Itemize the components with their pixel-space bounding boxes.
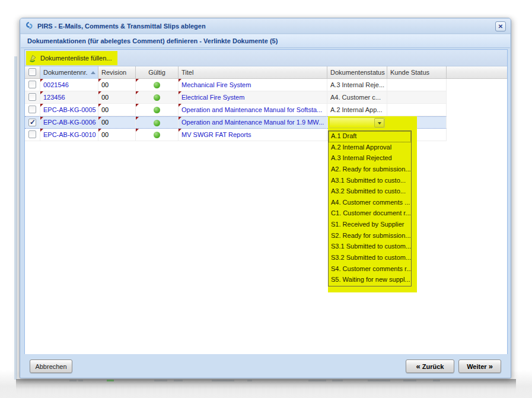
modified-marker [40,79,43,82]
column-header-kunde-status[interactable]: Kunde Status [387,66,447,79]
modified-marker [98,129,101,132]
document-status-text: A.2 Internal App... [330,106,382,113]
dialog-titlebar: PIRS - E-Mails, Comments & Transmittal S… [20,18,511,34]
cell-kunde [387,104,447,116]
pirs-dialog-window: PIRS - E-Mails, Comments & Transmittal S… [20,18,511,378]
modified-marker [179,104,181,107]
status-option[interactable]: S2. Ready for submission... [329,231,411,242]
grid-header-row: Dokumentennr.RevisionGültigTitelDokument… [25,66,507,79]
cell-rev: 00 [98,104,136,116]
background-content-fragment [78,380,83,381]
row-checkbox[interactable] [28,106,36,113]
status-option[interactable]: S1. Received by Supplier [329,219,411,231]
column-header-dokumentenstatus[interactable]: Dokumentenstatus [327,66,387,79]
cell-nr: 0021546 [40,79,98,91]
next-button[interactable]: Weiter » [458,359,501,373]
row-checkbox[interactable] [28,119,36,126]
sort-asc-icon [91,71,95,74]
dialog-title: PIRS - E-Mails, Comments & Transmittal S… [37,23,206,30]
background-content-fragment [212,380,234,381]
close-button[interactable]: ✕ [495,21,506,31]
valid-icon [154,120,160,126]
row-checkbox[interactable] [28,130,36,138]
document-title-link[interactable]: MV SWGR FAT Reports [181,131,251,138]
column-header-revision[interactable]: Revision [98,66,136,79]
document-number-link[interactable]: 0021546 [43,81,69,88]
kunde-status-text: 00 [101,94,109,101]
document-number-link[interactable]: EPC-AB-KG-0006 [43,119,96,126]
modified-marker [98,91,101,94]
background-content-fragment [332,380,343,381]
modified-marker [98,117,101,120]
next-label: Weiter [467,363,486,370]
cell-status: A4. Customer c... [327,91,387,104]
modified-marker [40,104,43,107]
chevron-down-icon [378,122,381,125]
status-option[interactable]: A.2 Internal Approval [329,142,411,154]
cell-title: Operation and Maintenance Manual for Sof… [179,104,327,116]
cancel-button[interactable]: Abbrechen [30,359,72,373]
cell-nr: EPC-AB-KG-0006 [40,116,98,129]
table-row[interactable]: EPC-AB-KG-000500Operation and Maintenanc… [25,104,447,116]
document-status-text: A4. Customer c... [330,94,381,101]
modified-marker [179,117,181,120]
row-checkbox[interactable] [28,81,36,88]
fill-button-label: Dokumentenliste füllen... [40,55,112,62]
document-title-link[interactable]: Operation and Maintenance Manual for Sof… [181,106,322,113]
modified-marker [136,104,139,107]
valid-icon [154,132,160,138]
document-number-link[interactable]: EPC-AB-KG-0005 [43,106,96,113]
document-number-link[interactable]: EPC-AB-KG-0010 [43,131,96,138]
status-option[interactable]: S4. Customer comments r... [329,264,411,275]
status-option[interactable]: A3.1 Submitted to custo... [329,176,411,187]
document-title-link[interactable]: Operation and Maintenance Manual for 1.9… [181,119,324,126]
modified-marker [179,79,181,82]
table-row[interactable]: 002154600Mechanical Fire SystemA.3 Inter… [25,79,447,91]
modified-marker [179,129,181,132]
column-header-dokumentennr-[interactable]: Dokumentennr. [40,66,98,79]
cell-nr: 123456 [40,91,98,104]
cell-rev: 00 [98,79,136,91]
row-checkbox[interactable] [28,93,36,101]
modified-marker [136,117,139,120]
back-label: Zurück [422,363,444,370]
select-all-checkbox[interactable] [28,68,36,76]
modified-marker [40,129,43,132]
background-content-fragment [107,380,114,381]
status-option[interactable]: A2. Ready for submission... [329,164,411,176]
status-option[interactable]: A.1 Draft [329,131,411,142]
column-header-titel[interactable]: Titel [179,66,327,79]
status-option[interactable]: A4. Customer comments ... [329,198,411,209]
background-content-fragment [308,380,326,381]
column-header-g-ltig[interactable]: Gültig [136,66,179,79]
document-status-combobox[interactable] [329,117,385,128]
fill-document-list-button[interactable]: Dokumentenliste füllen... [26,51,117,65]
status-option[interactable]: A.3 Internal Rejected [329,153,411,164]
background-page-edge [14,56,17,380]
cell-title: Electrical Fire System [179,91,327,104]
cell-valid [136,129,179,141]
back-button[interactable]: « Zurück [406,359,454,373]
background-content-fragment [368,380,390,381]
cell-valid [136,79,179,91]
status-option[interactable]: A3.2 Submitted to custo... [329,186,411,198]
table-row[interactable]: 12345600Electrical Fire SystemA4. Custom… [25,91,447,104]
modified-marker [40,117,43,120]
cell-status: A.2 Internal App... [327,104,387,116]
status-option[interactable]: C1. Customer document r... [329,208,411,219]
status-option[interactable]: S3.2 Submitted to custom... [329,253,411,264]
combobox-trigger-button[interactable] [374,118,384,128]
dialog-footer: Abbrechen « Zurück Weiter » [21,354,510,377]
modified-marker [136,129,139,132]
document-title-link[interactable]: Electrical Fire System [181,94,244,101]
fill-pen-icon [28,53,38,63]
cell-kunde [387,91,447,104]
background-content-fragment [174,380,183,381]
cell-valid [136,91,179,104]
status-option[interactable]: S3.1 Submitted to custom... [329,241,411,253]
document-number-link[interactable]: 123456 [43,94,65,101]
document-title-link[interactable]: Mechanical Fire System [181,81,251,88]
document-status-text: A.3 Internal Reje... [330,81,384,88]
status-option[interactable]: S5. Waiting for new suppl... [329,275,411,286]
cell-rev: 00 [98,129,136,141]
